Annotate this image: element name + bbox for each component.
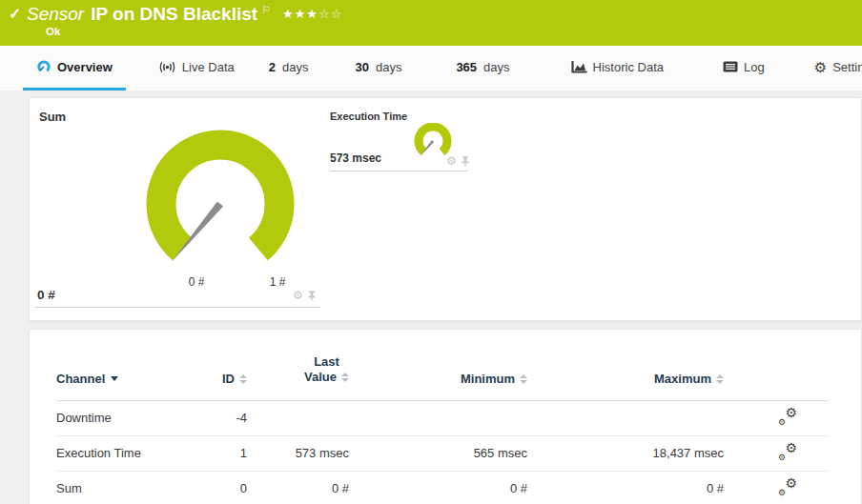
execution-time-value: 573 msec <box>330 151 381 165</box>
execution-time-divider <box>330 171 467 171</box>
sum-current-value: 0 # <box>37 288 55 302</box>
tab-label: days <box>376 60 401 74</box>
tab-historic-data[interactable]: Historic Data <box>565 46 669 91</box>
status-badge: Ok <box>46 26 60 37</box>
header-id[interactable]: ID <box>190 330 247 400</box>
channel-settings-icon[interactable]: ⚙⚙ <box>778 409 797 425</box>
sum-divider <box>34 307 320 308</box>
header-label: Channel <box>56 372 105 386</box>
header-actions <box>724 330 829 400</box>
sort-icon <box>520 374 527 384</box>
sum-gauge-controls: ⚙ <box>293 290 317 301</box>
gauge-icon <box>36 60 51 73</box>
tab-label: Live Data <box>182 60 235 74</box>
sum-gauge-min-label: 0 # <box>177 275 216 289</box>
channel-settings-icon[interactable]: ⚙⚙ <box>778 479 797 495</box>
sort-desc-caret-icon <box>111 376 118 381</box>
header-label: Last <box>314 354 339 369</box>
channel-maximum <box>527 400 724 435</box>
tab-number: 2 <box>269 60 276 74</box>
tab-label: Historic Data <box>593 60 664 74</box>
gear-icon[interactable]: ⚙ <box>293 290 303 301</box>
tab-number: 30 <box>355 60 368 74</box>
ok-check-icon: ✓ <box>9 5 21 23</box>
sensor-status-banner: ✓ SensorIP on DNS Blacklist⚐★★★☆☆ Ok <box>0 0 862 46</box>
sum-gauge-title: Sum <box>39 110 66 124</box>
header-channel[interactable]: Channel <box>56 330 190 400</box>
tab-30-days[interactable]: 30 days <box>349 46 407 91</box>
tab-label: days <box>282 60 308 74</box>
sum-gauge-max-label: 1 # <box>258 275 297 289</box>
priority-stars[interactable]: ★★★☆☆ <box>282 7 342 21</box>
channel-last-value: 0 # <box>247 471 349 504</box>
tab-365-days[interactable]: 365 days <box>450 46 515 91</box>
channel-minimum <box>349 400 527 435</box>
channel-last-value <box>247 400 349 435</box>
table-row: Sum 0 0 # 0 # 0 # ⚙⚙ <box>56 471 829 504</box>
channel-last-value: 573 msec <box>247 435 349 471</box>
channel-settings-icon[interactable]: ⚙⚙ <box>778 444 797 460</box>
channel-id: -4 <box>190 400 247 435</box>
header-last-value[interactable]: LastValue <box>247 330 349 400</box>
channel-maximum: 0 # <box>527 471 724 504</box>
sort-icon <box>716 374 724 384</box>
channel-name[interactable]: Sum <box>56 471 190 504</box>
table-header-row: Channel ID LastValue Minimum Maximum <box>56 330 829 400</box>
channel-maximum: 18,437 msec <box>527 435 724 471</box>
sensor-type-label: Sensor <box>27 4 84 24</box>
table-row: Downtime -4 ⚙⚙ <box>56 400 829 435</box>
table-row: Execution Time 1 573 msec 565 msec 18,43… <box>56 435 829 471</box>
log-list-icon <box>723 61 738 72</box>
tab-label: Settings <box>832 60 862 74</box>
header-label: Minimum <box>461 372 515 386</box>
sort-icon <box>239 374 247 384</box>
sensor-name: IP on DNS Blacklist <box>91 4 257 24</box>
header-label: Value <box>304 370 337 384</box>
header-label: ID <box>222 372 235 386</box>
channel-name[interactable]: Execution Time <box>56 435 190 471</box>
tab-number: 365 <box>456 60 477 74</box>
tab-label: Overview <box>57 60 113 74</box>
channel-name[interactable]: Downtime <box>56 400 190 435</box>
tab-label: days <box>483 60 509 74</box>
tab-live-data[interactable]: Live Data <box>153 46 240 91</box>
tab-bar: Overview Live Data 2 days 30 days 365 da… <box>0 46 862 91</box>
header-minimum[interactable]: Minimum <box>349 330 527 400</box>
tab-2-days[interactable]: 2 days <box>263 46 315 91</box>
pin-icon[interactable] <box>307 291 317 301</box>
channel-minimum: 0 # <box>349 471 527 504</box>
header-label: Maximum <box>654 372 711 386</box>
page-title: SensorIP on DNS Blacklist⚐★★★☆☆ <box>27 4 342 25</box>
channel-id: 1 <box>190 435 247 471</box>
gauges-panel: Sum 0 # 1 # 0 # ⚙ Execution Time 573 mse… <box>29 97 862 321</box>
chart-icon <box>571 61 587 73</box>
tab-log[interactable]: Log <box>717 46 770 91</box>
channels-panel: Channel ID LastValue Minimum Maximum Dow… <box>29 329 862 504</box>
pin-icon[interactable] <box>461 156 470 167</box>
channel-minimum: 565 msec <box>349 435 527 471</box>
live-signal-icon <box>158 61 176 73</box>
execution-time-gauge-title: Execution Time <box>330 111 407 122</box>
gear-icon: ⚙ <box>814 60 827 74</box>
favorite-flag-icon[interactable]: ⚐ <box>261 4 271 15</box>
tab-overview[interactable]: Overview <box>23 46 126 91</box>
execution-time-controls: ⚙ <box>446 155 470 167</box>
gear-icon[interactable]: ⚙ <box>446 155 457 167</box>
channel-id: 0 <box>190 471 247 504</box>
header-maximum[interactable]: Maximum <box>527 330 724 400</box>
tab-label: Log <box>744 60 765 74</box>
channels-table: Channel ID LastValue Minimum Maximum Dow… <box>56 330 829 504</box>
sum-gauge <box>144 130 297 282</box>
tab-settings[interactable]: ⚙ Settings <box>809 46 862 91</box>
sort-icon <box>341 373 349 382</box>
